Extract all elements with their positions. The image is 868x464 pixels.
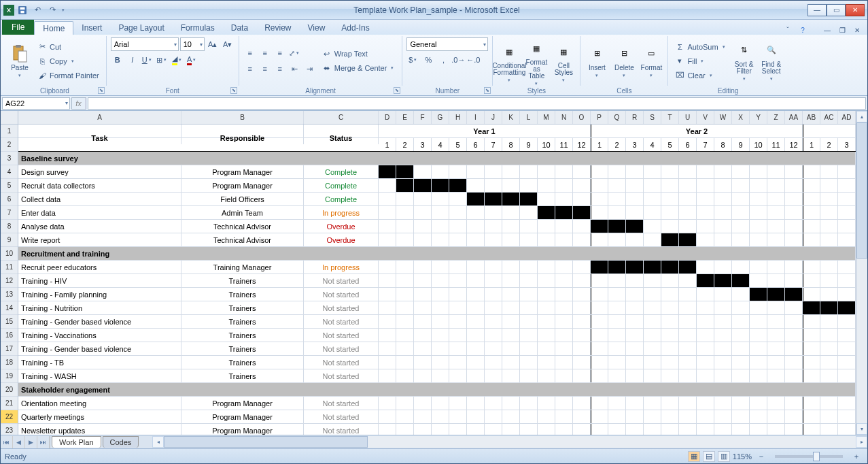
- gantt-cell[interactable]: [467, 356, 485, 369]
- gantt-cell[interactable]: [803, 410, 820, 423]
- gantt-cell[interactable]: [838, 424, 856, 435]
- gantt-cell[interactable]: [785, 424, 803, 435]
- gantt-cell[interactable]: [714, 329, 732, 342]
- col-header[interactable]: R: [626, 111, 644, 124]
- gantt-cell[interactable]: [502, 165, 520, 178]
- responsible-cell[interactable]: Admin Team: [181, 206, 304, 219]
- gantt-cell[interactable]: [785, 301, 803, 314]
- gantt-cell[interactable]: [679, 301, 697, 314]
- gantt-cell[interactable]: [820, 369, 838, 382]
- col-header[interactable]: A: [18, 111, 181, 124]
- gantt-cell[interactable]: [750, 288, 767, 301]
- zoom-in-button[interactable]: +: [850, 450, 863, 463]
- gantt-cell[interactable]: [644, 356, 661, 369]
- row-header[interactable]: 6: [1, 193, 18, 206]
- gantt-cell[interactable]: [379, 301, 396, 314]
- gantt-cell[interactable]: [485, 165, 502, 178]
- task-cell[interactable]: Collect data: [18, 193, 181, 205]
- gantt-cell[interactable]: [502, 220, 520, 233]
- underline-icon[interactable]: U▾: [141, 53, 154, 67]
- col-header[interactable]: W: [714, 111, 732, 124]
- gantt-cell[interactable]: [732, 288, 750, 301]
- col-header[interactable]: AA: [785, 111, 803, 124]
- month-header[interactable]: 2: [820, 138, 838, 151]
- gantt-cell[interactable]: [538, 424, 555, 435]
- gantt-cell[interactable]: [838, 342, 856, 355]
- autosum-button[interactable]: ΣAutoSum▾: [672, 40, 729, 54]
- month-header[interactable]: 9: [732, 138, 750, 151]
- gantt-cell[interactable]: [750, 424, 767, 435]
- gantt-cell[interactable]: [396, 342, 414, 355]
- gantt-cell[interactable]: [520, 424, 538, 435]
- gantt-cell[interactable]: [732, 424, 750, 435]
- month-header[interactable]: 4: [644, 138, 661, 151]
- gantt-cell[interactable]: [485, 301, 502, 314]
- gantt-cell[interactable]: [767, 424, 785, 435]
- month-header[interactable]: 11: [767, 138, 785, 151]
- gantt-cell[interactable]: [785, 397, 803, 410]
- gantt-cell[interactable]: [767, 261, 785, 274]
- gantt-cell[interactable]: [520, 329, 538, 342]
- gantt-cell[interactable]: [626, 193, 644, 205]
- gantt-cell[interactable]: [485, 193, 502, 205]
- gantt-cell[interactable]: [803, 206, 820, 219]
- sheet-tab[interactable]: Codes: [103, 436, 139, 448]
- gantt-cell[interactable]: [467, 233, 485, 246]
- gantt-cell[interactable]: [396, 165, 414, 178]
- gantt-cell[interactable]: [396, 356, 414, 369]
- gantt-cell[interactable]: [838, 356, 856, 369]
- gantt-cell[interactable]: [555, 179, 573, 192]
- gantt-cell[interactable]: [520, 179, 538, 192]
- gantt-cell[interactable]: [573, 410, 591, 423]
- gantt-cell[interactable]: [467, 165, 485, 178]
- gantt-cell[interactable]: [644, 288, 661, 301]
- gantt-cell[interactable]: [626, 301, 644, 314]
- gantt-cell[interactable]: [820, 342, 838, 355]
- gantt-cell[interactable]: [626, 261, 644, 274]
- gantt-cell[interactable]: [396, 179, 414, 192]
- gantt-cell[interactable]: [661, 220, 679, 233]
- gantt-cell[interactable]: [785, 342, 803, 355]
- gantt-cell[interactable]: [608, 179, 626, 192]
- gantt-cell[interactable]: [414, 301, 432, 314]
- gantt-cell[interactable]: [785, 165, 803, 178]
- gantt-cell[interactable]: [538, 220, 555, 233]
- gantt-cell[interactable]: [661, 206, 679, 219]
- gantt-cell[interactable]: [608, 369, 626, 382]
- gantt-cell[interactable]: [414, 165, 432, 178]
- gantt-cell[interactable]: [449, 342, 467, 355]
- gantt-cell[interactable]: [661, 288, 679, 301]
- gantt-cell[interactable]: [750, 342, 767, 355]
- gantt-cell[interactable]: [432, 369, 449, 382]
- gantt-cell[interactable]: [785, 410, 803, 423]
- gantt-cell[interactable]: [555, 424, 573, 435]
- gantt-cell[interactable]: [449, 329, 467, 342]
- col-header[interactable]: Y: [750, 111, 767, 124]
- gantt-cell[interactable]: [714, 261, 732, 274]
- scroll-up-button[interactable]: ▴: [856, 111, 867, 122]
- col-header[interactable]: E: [396, 111, 414, 124]
- header-year2[interactable]: Year 2: [591, 125, 803, 137]
- gantt-cell[interactable]: [767, 329, 785, 342]
- gantt-cell[interactable]: [697, 206, 714, 219]
- gantt-cell[interactable]: [697, 329, 714, 342]
- responsible-cell[interactable]: Program Manager: [181, 410, 304, 423]
- gantt-cell[interactable]: [732, 261, 750, 274]
- cut-button[interactable]: ✂Cut: [35, 40, 102, 54]
- row-header[interactable]: 10: [1, 247, 18, 261]
- gantt-cell[interactable]: [555, 261, 573, 274]
- gantt-cell[interactable]: [502, 369, 520, 382]
- gantt-cell[interactable]: [396, 274, 414, 287]
- gantt-cell[interactable]: [414, 220, 432, 233]
- gantt-cell[interactable]: [608, 342, 626, 355]
- cell-styles-button[interactable]: ▦Cell Styles▾: [551, 37, 576, 88]
- gantt-cell[interactable]: [697, 356, 714, 369]
- gantt-cell[interactable]: [820, 193, 838, 205]
- qat-customize-icon[interactable]: ▾: [60, 7, 66, 13]
- gantt-cell[interactable]: [661, 410, 679, 423]
- gantt-cell[interactable]: [379, 206, 396, 219]
- gantt-cell[interactable]: [697, 233, 714, 246]
- gantt-cell[interactable]: [661, 233, 679, 246]
- gantt-cell[interactable]: [591, 356, 608, 369]
- gantt-cell[interactable]: [379, 274, 396, 287]
